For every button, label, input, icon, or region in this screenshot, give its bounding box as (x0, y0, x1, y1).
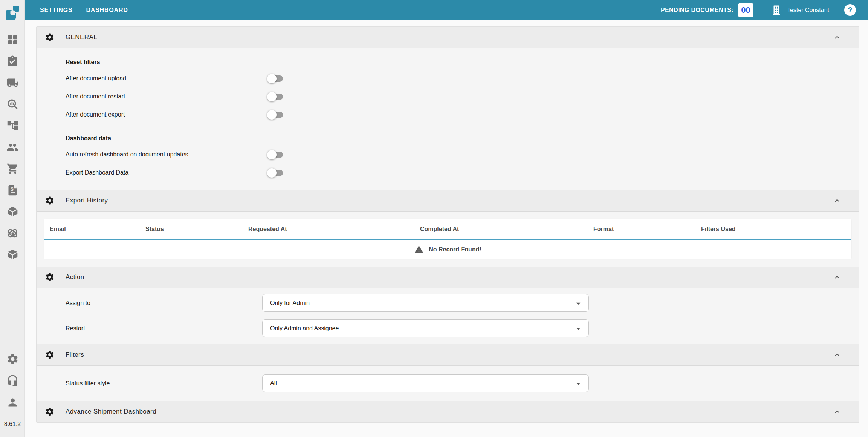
sidebar-item-purchase-cart[interactable] (0, 163, 25, 175)
export-history-table: Email Status Requested At Completed At F… (44, 219, 851, 259)
invoice-document-icon: $ (6, 184, 19, 196)
sidebar-item-integrations[interactable] (0, 227, 25, 239)
gear-icon (45, 272, 55, 282)
assign-to-select[interactable]: Only for Admin (262, 294, 589, 312)
chevron-up-icon[interactable] (833, 33, 842, 42)
app-version: 8.61.2 (0, 421, 25, 428)
sidebar: $ 8.61.2 (0, 0, 25, 437)
section-header-general[interactable]: GENERAL (37, 27, 859, 48)
toggle-export-dashboard-data[interactable] (268, 170, 283, 176)
sidebar-item-support[interactable] (0, 374, 25, 387)
group-heading: Reset filters (37, 55, 859, 69)
nav-dashboard[interactable]: DASHBOARD (86, 7, 128, 14)
user-menu[interactable]: Tester Constant (787, 7, 829, 14)
field-label: Status filter style (66, 374, 110, 392)
toggle-auto-refresh-dashboard[interactable] (268, 152, 283, 158)
app-root: $ 8.61.2 SETTINGS DASHBOARD PENDING DOC (0, 0, 868, 437)
dropdown-arrow-icon (573, 324, 583, 334)
toggle-label: Export Dashboard Data (66, 169, 128, 176)
search-stats-icon (6, 98, 19, 110)
section-content-action: Assign to Only for Admin Restart Only Ad… (37, 288, 859, 344)
sidebar-item-tasks[interactable] (0, 55, 25, 67)
sidebar-item-products[interactable] (0, 248, 25, 261)
nav-separator (79, 6, 79, 14)
package-box-icon (6, 205, 19, 218)
app-logo-icon (4, 5, 21, 21)
top-bar: SETTINGS DASHBOARD PENDING DOCUMENTS: 00… (25, 0, 868, 20)
toggle-row: After document export (37, 106, 859, 124)
sidebar-item-invoices[interactable]: $ (0, 184, 25, 196)
users-icon (6, 141, 19, 153)
headset-icon (6, 374, 19, 387)
field-label: Restart (66, 319, 85, 337)
section-header-action[interactable]: Action (37, 267, 859, 288)
pending-documents-label: PENDING DOCUMENTS: (661, 7, 734, 14)
table-empty-row: No Record Found! (44, 240, 851, 259)
section-title: Advance Shipment Dashboard (66, 408, 156, 416)
select-value: All (270, 380, 277, 387)
section-content-general: Reset filters After document upload Afte… (37, 48, 859, 190)
sidebar-item-users[interactable] (0, 141, 25, 153)
sidebar-item-shipping[interactable] (0, 77, 25, 89)
column-header: Completed At (414, 219, 588, 239)
chevron-up-icon[interactable] (833, 350, 842, 359)
section-title: Export History (66, 197, 108, 204)
field-row: Status filter style All (37, 374, 859, 392)
gear-icon (45, 407, 55, 417)
sidebar-divider (0, 415, 24, 415)
status-filter-style-select[interactable]: All (262, 374, 589, 392)
gear-icon (45, 32, 55, 42)
sidebar-divider (0, 370, 24, 370)
gear-icon (45, 196, 55, 205)
sidebar-item-account[interactable] (0, 396, 25, 409)
person-icon (6, 396, 19, 409)
sidebar-item-dashboard[interactable] (0, 34, 25, 46)
sidebar-item-settings[interactable] (0, 353, 25, 365)
dashboard-grid-icon (6, 34, 19, 46)
restart-select[interactable]: Only Admin and Assignee (262, 319, 589, 337)
toggle-after-document-upload[interactable] (268, 75, 283, 82)
column-header: Format (588, 219, 695, 239)
toggle-after-document-restart[interactable] (268, 94, 283, 100)
pending-documents-badge: 00 (738, 3, 753, 17)
gear-icon (6, 353, 19, 365)
chevron-up-icon[interactable] (833, 407, 842, 416)
section-content-export-history: Email Status Requested At Completed At F… (37, 212, 859, 267)
toggle-label: After document restart (66, 93, 125, 100)
section-title: Action (66, 273, 84, 281)
field-row: Assign to Only for Admin (37, 294, 859, 312)
orbit-icon (6, 227, 19, 239)
toggle-row: After document upload (37, 69, 859, 87)
toggle-after-document-export[interactable] (268, 112, 283, 118)
building-icon (771, 4, 782, 16)
nav-settings[interactable]: SETTINGS (40, 7, 72, 14)
section-header-export-history[interactable]: Export History (37, 190, 859, 212)
gear-icon (45, 350, 55, 360)
svg-text:$: $ (11, 186, 14, 192)
dropdown-arrow-icon (573, 379, 583, 389)
section-header-advance-shipment[interactable]: Advance Shipment Dashboard (37, 401, 859, 422)
chevron-up-icon[interactable] (833, 196, 842, 205)
top-bar-right: PENDING DOCUMENTS: 00 Tester Constant ? (661, 3, 856, 17)
sidebar-item-search-analytics[interactable] (0, 98, 25, 110)
truck-icon (6, 77, 19, 89)
section-title: Filters (66, 351, 84, 359)
field-row: Restart Only Admin and Assignee (37, 319, 859, 337)
help-icon[interactable]: ? (844, 4, 856, 16)
toggle-row: Auto refresh dashboard on document updat… (37, 146, 859, 164)
toggle-row: After document restart (37, 87, 859, 106)
toggle-row: Export Dashboard Data (37, 164, 859, 182)
sidebar-item-workflow[interactable] (0, 120, 25, 132)
section-header-filters[interactable]: Filters (37, 344, 859, 366)
chevron-up-icon[interactable] (833, 273, 842, 282)
toggle-label: After document upload (66, 75, 126, 82)
clipboard-check-icon (6, 55, 19, 67)
table-header-row: Email Status Requested At Completed At F… (44, 219, 851, 239)
group-heading: Dashboard data (37, 131, 859, 146)
column-header: Email (44, 219, 140, 239)
workflow-tree-icon (6, 120, 19, 132)
select-value: Only Admin and Assignee (270, 325, 339, 332)
sidebar-item-packages[interactable] (0, 205, 25, 218)
empty-message: No Record Found! (429, 246, 481, 253)
dropdown-arrow-icon (573, 299, 583, 308)
